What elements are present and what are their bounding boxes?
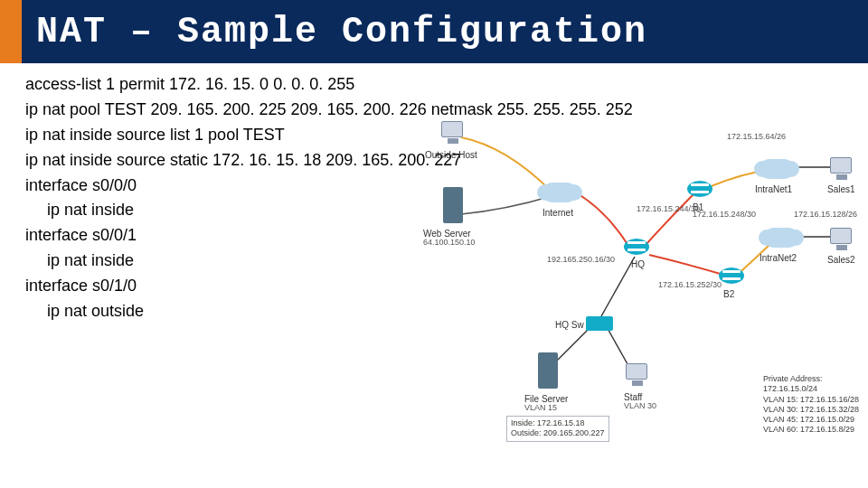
info-inside: Inside: 172.16.15.18: [511, 418, 605, 428]
priv-v60: VLAN 60: 172.16.15.8/29: [763, 425, 864, 435]
priv-v15: VLAN 15: 172.16.15.16/28: [763, 395, 864, 405]
info-private-subnets: Private Address: 172.16.15.0/24 VLAN 15:…: [760, 372, 868, 437]
label-b2: B2: [723, 287, 734, 302]
switch-icon: [586, 316, 613, 331]
accent-tab: [0, 0, 22, 63]
label-outside-host: Outside Host: [425, 148, 477, 163]
router-icon: [687, 181, 712, 197]
slide-body: access-list 1 permit 172. 16. 15. 0 0. 0…: [0, 63, 868, 333]
cloud-icon: [542, 183, 577, 202]
cloud-icon: [764, 228, 798, 248]
label-net-hq-internet: 192.165.250.16/30: [547, 255, 615, 265]
pc-sales1: [830, 157, 852, 174]
label-sales2: Sales2: [827, 253, 855, 267]
priv-v45: VLAN 45: 172.16.15.0/29: [763, 415, 864, 425]
label-net-hq-lan: 172.16.15.252/30: [658, 280, 722, 290]
router-b2: [719, 267, 744, 284]
label-internet: Internet: [542, 206, 573, 221]
switch-hq: [586, 316, 613, 331]
slide-title: NAT – Sample Configuration: [36, 12, 647, 52]
router-b1: [687, 181, 712, 197]
title-bar: NAT – Sample Configuration: [0, 0, 868, 63]
label-staff-vlan: VLAN 30: [624, 401, 656, 411]
config-line-1: access-list 1 permit 172. 16. 15. 0 0. 0…: [25, 72, 843, 98]
label-net-sales2: 172.16.15.128/26: [794, 210, 857, 220]
label-intranet2: IntraNet2: [760, 251, 797, 266]
cloud-icon: [760, 159, 794, 179]
network-diagram: Outside Host Web Server 64.100.150.10 In…: [398, 119, 868, 436]
pc-sales2: [830, 228, 852, 244]
server-icon: [443, 187, 463, 223]
info-outside: Outside: 209.165.200.227: [511, 428, 605, 438]
pc-icon: [830, 228, 852, 244]
cloud-intranet2: [764, 228, 798, 248]
priv-v30: VLAN 30: 172.16.15.32/28: [763, 405, 864, 415]
label-web-server-ip: 64.100.150.10: [423, 238, 476, 248]
label-file-server-vlan: VLAN 15: [524, 403, 557, 413]
label-hqsw: HQ Sw: [555, 318, 584, 333]
router-icon: [624, 239, 649, 255]
server-icon: [538, 352, 558, 389]
info-inside-outside: Inside: 172.16.15.18 Outside: 209.165.20…: [506, 416, 609, 442]
server-web: [443, 187, 463, 223]
label-intranet1: IntraNet1: [755, 183, 792, 197]
label-net-b1-top: 172.15.15.64/26: [727, 132, 786, 142]
server-file: [538, 352, 558, 389]
pc-icon: [626, 363, 647, 380]
label-net-b2-link: 172.16.15.248/30: [693, 210, 756, 220]
pc-icon: [441, 121, 463, 137]
pc-icon: [830, 157, 852, 174]
label-sales1: Sales1: [827, 183, 855, 197]
priv-title: Private Address: 172.16.15.0/24: [763, 374, 864, 395]
cloud-intranet1: [760, 159, 794, 179]
router-icon: [719, 267, 744, 284]
label-hq: HQ: [631, 258, 645, 272]
pc-outside-host: [441, 121, 463, 137]
cloud-internet: [542, 183, 577, 202]
label-net-b1-link: 172.16.15.244/30: [637, 204, 700, 214]
router-hq: [624, 239, 649, 255]
pc-staff: [626, 363, 647, 380]
